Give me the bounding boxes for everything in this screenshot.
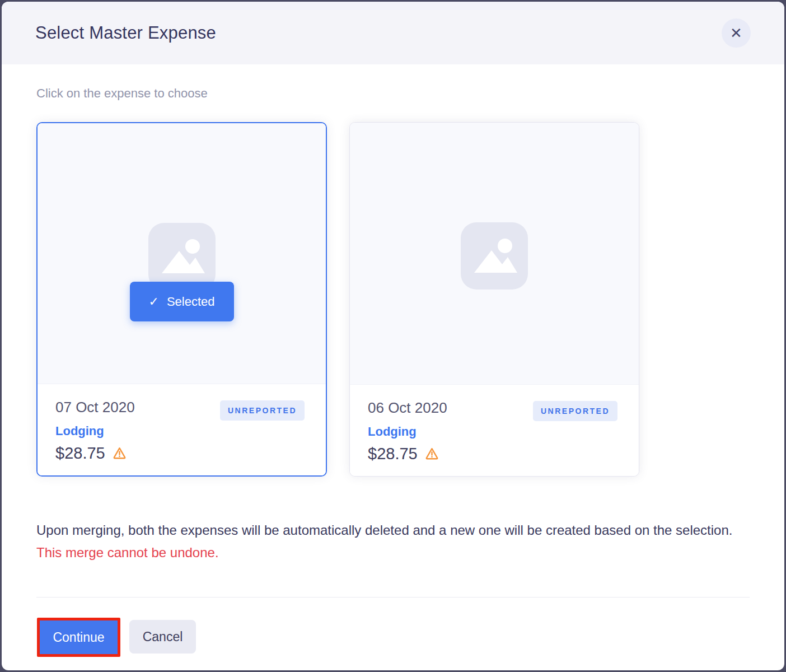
receipt-preview-area: ✓ Selected bbox=[38, 123, 326, 386]
expense-amount: $28.75 bbox=[55, 444, 105, 463]
dialog-title: Select Master Expense bbox=[35, 23, 216, 43]
footer-divider bbox=[36, 597, 750, 598]
expense-category-link[interactable]: Lodging bbox=[368, 424, 417, 439]
selected-button[interactable]: ✓ Selected bbox=[130, 282, 234, 321]
selected-label: Selected bbox=[167, 295, 215, 309]
expense-card-info: 06 Oct 2020 UNREPORTED Lodging $28.75 bbox=[350, 384, 639, 476]
close-icon: ✕ bbox=[730, 26, 742, 40]
select-master-expense-dialog: Select Master Expense ✕ Click on the exp… bbox=[2, 2, 784, 670]
warning-icon bbox=[424, 446, 439, 461]
amount-row: $28.75 bbox=[55, 444, 308, 463]
status-badge: UNREPORTED bbox=[220, 400, 305, 421]
image-placeholder-icon bbox=[148, 223, 216, 290]
amount-row: $28.75 bbox=[368, 445, 621, 463]
receipt-preview-area bbox=[350, 123, 639, 385]
dialog-header: Select Master Expense bbox=[2, 2, 784, 64]
expense-card-selected[interactable]: ✓ Selected 07 Oct 2020 UNREPORTED Lodgin… bbox=[36, 122, 327, 477]
image-placeholder-icon bbox=[461, 222, 528, 290]
receipt-placeholder bbox=[461, 222, 528, 290]
status-badge: UNREPORTED bbox=[533, 401, 617, 421]
expense-category-link[interactable]: Lodging bbox=[55, 424, 104, 438]
merge-note: Upon merging, both the expenses will be … bbox=[36, 519, 733, 564]
continue-button[interactable]: Continue bbox=[40, 620, 118, 654]
cancel-button[interactable]: Cancel bbox=[129, 620, 196, 654]
check-icon: ✓ bbox=[148, 295, 158, 309]
merge-note-text: Upon merging, both the expenses will be … bbox=[36, 522, 732, 538]
merge-warning-text: This merge cannot be undone. bbox=[36, 545, 219, 560]
close-button[interactable]: ✕ bbox=[722, 18, 751, 48]
expense-card-unselected[interactable]: 06 Oct 2020 UNREPORTED Lodging $28.75 bbox=[349, 122, 639, 477]
receipt-placeholder bbox=[148, 223, 216, 290]
continue-button-highlight: Continue bbox=[37, 618, 120, 657]
dialog-subtitle: Click on the expense to choose bbox=[36, 86, 208, 101]
expense-amount: $28.75 bbox=[368, 445, 418, 463]
expense-card-info: 07 Oct 2020 UNREPORTED Lodging $28.75 bbox=[38, 384, 326, 475]
warning-icon bbox=[112, 446, 127, 461]
